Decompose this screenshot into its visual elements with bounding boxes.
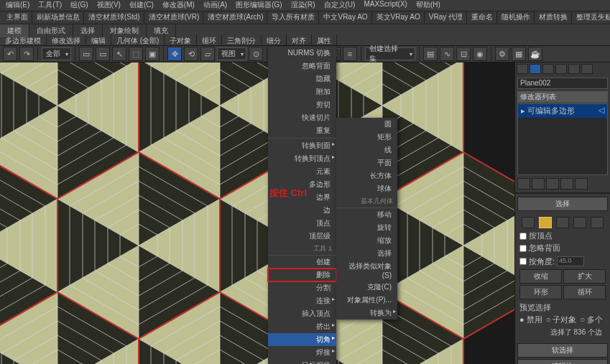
cursor-icon[interactable]: ↖ bbox=[112, 47, 126, 61]
modify-tab-icon[interactable] bbox=[530, 64, 541, 74]
menu-item[interactable]: 修改器(M) bbox=[162, 0, 195, 11]
menu-item[interactable]: 创建(C) bbox=[129, 0, 154, 11]
motion-tab-icon[interactable] bbox=[555, 64, 567, 74]
context-menu-item[interactable]: 边 bbox=[268, 204, 336, 217]
render-setup-icon[interactable]: ⚙ bbox=[495, 47, 509, 61]
layer-icon[interactable]: ▤ bbox=[423, 47, 438, 61]
window-icon[interactable]: ▣ bbox=[145, 47, 160, 61]
grow-button[interactable]: 扩大 bbox=[563, 269, 606, 284]
modifier-visibility-icon[interactable] bbox=[599, 106, 604, 116]
context-menu-item[interactable]: 删除 bbox=[268, 269, 336, 281]
context-menu-item[interactable]: 元素 bbox=[268, 165, 336, 178]
ring-button[interactable]: 环形 bbox=[519, 285, 562, 299]
element-level-icon[interactable] bbox=[591, 217, 604, 228]
border-level-icon[interactable] bbox=[556, 217, 569, 228]
context-menu-item[interactable]: 目标焊接 bbox=[268, 359, 336, 364]
context-menu-item[interactable]: 转换为 bbox=[336, 307, 397, 319]
context-menu-item[interactable]: 顶点 bbox=[268, 217, 336, 230]
viewport[interactable] bbox=[0, 62, 514, 364]
pivot-icon[interactable]: ⊙ bbox=[249, 47, 263, 61]
material-icon[interactable]: ◉ bbox=[473, 47, 487, 61]
context-menu-item[interactable]: 线 bbox=[336, 144, 397, 157]
rollout-editedges-header[interactable]: 编辑边 bbox=[517, 359, 608, 364]
hierarchy-tab-icon[interactable] bbox=[542, 64, 554, 74]
context-menu-item[interactable]: 重复 bbox=[268, 124, 336, 137]
context-menu-item[interactable]: 选择 bbox=[336, 247, 397, 260]
context-menu-item[interactable]: 缩放 bbox=[336, 234, 397, 247]
context-menu-item[interactable]: 附加 bbox=[268, 85, 336, 98]
context-menu-item[interactable]: 分割 bbox=[268, 281, 336, 294]
show-result-icon[interactable] bbox=[532, 178, 545, 190]
context-menu-item[interactable]: 转换到顶点 bbox=[268, 152, 336, 165]
script-button[interactable]: 材质转换 bbox=[535, 11, 572, 24]
script-button[interactable]: 主界面 bbox=[3, 11, 32, 24]
context-menu-item[interactable]: 切角 bbox=[268, 333, 336, 346]
select-name-icon[interactable]: ▭ bbox=[96, 47, 110, 61]
display-tab-icon[interactable] bbox=[568, 64, 580, 74]
script-button[interactable]: 随机操作 bbox=[498, 11, 535, 24]
preview-off-radio[interactable]: ● 禁用 bbox=[519, 314, 542, 325]
script-button[interactable]: 导入所有材质 bbox=[268, 11, 319, 24]
script-button[interactable]: 清空材质球(VR) bbox=[145, 11, 204, 24]
menu-item[interactable]: 自定义(U) bbox=[324, 0, 356, 11]
redo-icon[interactable]: ↷ bbox=[19, 47, 34, 61]
create-tab-icon[interactable] bbox=[517, 64, 528, 74]
rotate-icon[interactable]: ⟲ bbox=[184, 47, 198, 61]
context-menu-item[interactable]: 矩形 bbox=[336, 131, 397, 144]
script-button[interactable]: 清空材质球(Std) bbox=[85, 11, 144, 24]
menu-item[interactable]: 编辑(E) bbox=[6, 0, 29, 11]
utilities-tab-icon[interactable] bbox=[581, 64, 593, 74]
configure-icon[interactable] bbox=[575, 178, 588, 190]
context-menu-item[interactable]: 长方体 bbox=[336, 169, 397, 182]
context-menu-item[interactable]: 快速切片 bbox=[268, 111, 336, 124]
context-menu-item[interactable]: 对象属性(P)... bbox=[336, 294, 397, 307]
selection-filter-dropdown[interactable]: 全部 bbox=[42, 47, 71, 60]
context-menu-item[interactable]: 圆 bbox=[336, 118, 397, 131]
shrink-button[interactable]: 收缩 bbox=[519, 269, 562, 284]
modifier-stack[interactable]: ▸ 可编辑多边形 bbox=[517, 103, 608, 175]
curve-editor-icon[interactable]: ∿ bbox=[440, 47, 454, 61]
ignore-backface-checkbox[interactable] bbox=[519, 245, 527, 252]
context-menu-item[interactable]: 隐藏 bbox=[268, 73, 336, 85]
menu-item[interactable]: 渲染(R) bbox=[291, 0, 315, 11]
context-menu-item[interactable]: 平面 bbox=[336, 157, 397, 169]
script-button[interactable]: 整理丢失贴图 bbox=[573, 11, 610, 24]
context-menu-item[interactable]: 球体 bbox=[336, 182, 397, 195]
script-button[interactable]: VRay 代理 bbox=[425, 11, 467, 24]
menu-item[interactable]: 工具(T) bbox=[38, 0, 62, 11]
preview-multi-radio[interactable]: ○ 多个 bbox=[580, 314, 603, 325]
by-angle-checkbox[interactable] bbox=[519, 258, 527, 265]
rollout-softsel-header[interactable]: 软选择 bbox=[517, 343, 608, 358]
vertex-level-icon[interactable] bbox=[522, 217, 535, 228]
context-menu-item[interactable]: NURMS 切换 bbox=[268, 47, 336, 60]
named-sel-dropdown[interactable]: 创建选择集 bbox=[365, 47, 415, 60]
loop-button[interactable]: 循环 bbox=[563, 285, 606, 299]
context-menu-item[interactable]: 克隆(C) bbox=[336, 281, 397, 294]
context-menu-item[interactable]: 插入顶点 bbox=[268, 307, 336, 320]
render-frame-icon[interactable]: ▦ bbox=[512, 47, 526, 61]
make-unique-icon[interactable] bbox=[546, 178, 559, 190]
context-menu-item[interactable]: 焊接 bbox=[268, 346, 336, 359]
menu-item[interactable]: 图形编辑器(G) bbox=[236, 0, 282, 11]
menu-item[interactable]: MAXScript(X) bbox=[364, 0, 407, 11]
lasso-icon[interactable]: ⬚ bbox=[129, 47, 143, 61]
script-button[interactable]: 刷新场景信息 bbox=[33, 11, 84, 24]
context-menu-item[interactable]: 移动 bbox=[336, 208, 397, 221]
modifier-item[interactable]: ▸ 可编辑多边形 bbox=[518, 104, 607, 118]
script-button[interactable]: 中文VRay AO bbox=[320, 11, 371, 24]
schematic-icon[interactable]: ⊡ bbox=[456, 47, 471, 61]
remove-mod-icon[interactable] bbox=[560, 178, 573, 190]
script-button[interactable]: 清空材质球(Arch) bbox=[204, 11, 267, 24]
angle-spinner[interactable]: 45.0 bbox=[557, 256, 584, 266]
menu-item[interactable]: 视图(V) bbox=[97, 0, 121, 11]
context-menu-item[interactable]: 创建 bbox=[268, 256, 336, 269]
preview-subobj-radio[interactable]: ○ 子对象 bbox=[546, 314, 577, 325]
render-icon[interactable]: ☕ bbox=[528, 47, 542, 61]
pin-stack-icon[interactable] bbox=[517, 178, 530, 190]
align-icon[interactable]: ≡ bbox=[343, 47, 357, 61]
select-icon[interactable]: ▭ bbox=[79, 47, 93, 61]
context-menu-item[interactable]: 忽略背面 bbox=[268, 60, 336, 73]
context-menu-item[interactable]: 转换到面 bbox=[268, 139, 336, 152]
context-menu-item[interactable]: 旋转 bbox=[336, 221, 397, 234]
move-icon[interactable]: ✥ bbox=[167, 47, 182, 61]
